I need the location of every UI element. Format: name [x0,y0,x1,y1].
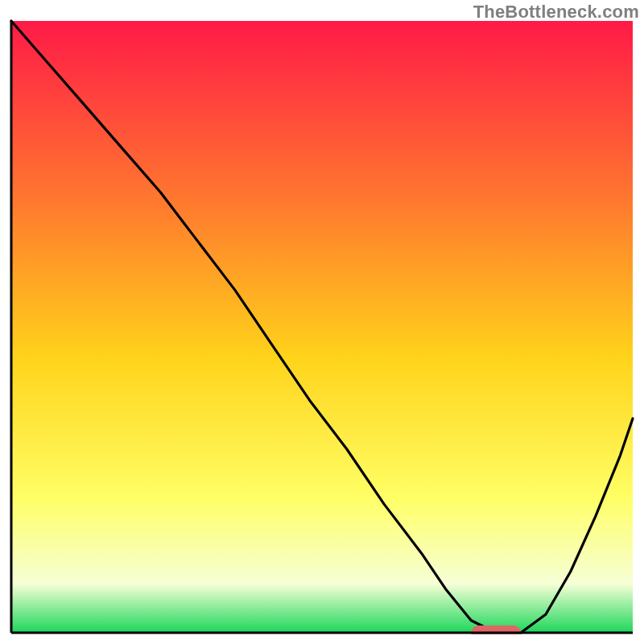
chart-stage: TheBottleneck.com [0,0,644,644]
plot-area [10,19,634,634]
bottleneck-chart [10,19,634,634]
gradient-background [11,21,633,633]
